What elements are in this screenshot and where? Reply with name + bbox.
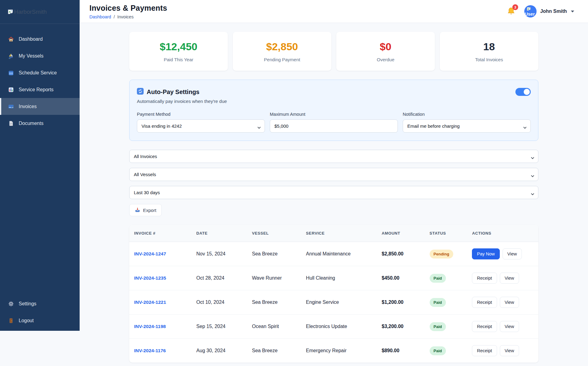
- receipt-button[interactable]: Receipt: [472, 273, 497, 284]
- status-badge: Paid: [430, 274, 446, 283]
- notification-count-badge: 3: [512, 4, 518, 10]
- status-badge: Pending: [430, 250, 453, 258]
- sidebar-item-schedule-service[interactable]: Schedule Service: [0, 64, 80, 81]
- invoice-date: Aug 30, 2024: [191, 339, 247, 363]
- date-range-select[interactable]: Last 30 days: [129, 186, 538, 199]
- sidebar-item-service-reports[interactable]: Service Reports: [0, 81, 80, 98]
- receipt-button[interactable]: Receipt: [472, 345, 497, 356]
- toggle-knob: [524, 89, 530, 95]
- invoice-date: Nov 15, 2024: [191, 242, 247, 266]
- maximum-amount-input[interactable]: [270, 119, 398, 133]
- export-button[interactable]: Export: [129, 204, 162, 216]
- stat-label: Pending Payment: [264, 57, 300, 62]
- status-badge: Paid: [430, 322, 446, 331]
- payment-method-select[interactable]: Visa ending in 4242: [137, 119, 265, 133]
- invoice-link[interactable]: INV-2024-1247: [134, 251, 166, 256]
- column-header-date: Date: [191, 225, 247, 242]
- invoice-service: Emergency Repair: [301, 339, 377, 363]
- stat-label: Paid This Year: [164, 57, 193, 62]
- column-header-vessel: Vessel: [247, 225, 301, 242]
- chevron-down-icon: [571, 9, 575, 14]
- stat-card-paid-this-year: $12,450 Paid This Year: [129, 32, 228, 71]
- sidebar: HarborSmith Dashboard My Vessels Schedul…: [0, 0, 80, 331]
- stat-value: $2,850: [266, 41, 298, 53]
- view-button[interactable]: View: [500, 297, 519, 308]
- document-icon: [8, 120, 14, 126]
- table-header-row: Invoice # Date Vessel Service Amount Sta…: [129, 225, 538, 242]
- credit-card-icon: [8, 104, 14, 110]
- invoices-table: Invoice # Date Vessel Service Amount Sta…: [129, 225, 538, 363]
- sidebar-item-label: Documents: [19, 121, 43, 126]
- invoice-link[interactable]: INV-2024-1198: [134, 324, 166, 329]
- view-button[interactable]: View: [500, 321, 519, 332]
- broken-image-icon: [7, 9, 13, 15]
- invoice-date: Sep 15, 2024: [191, 315, 247, 339]
- sidebar-item-logout[interactable]: Logout: [0, 312, 80, 329]
- sidebar-item-invoices[interactable]: Invoices: [0, 98, 80, 115]
- table-row: INV-2024-1198 Sep 15, 2024 Ocean Spirit …: [129, 315, 538, 339]
- invoice-link[interactable]: INV-2024-1176: [134, 348, 166, 353]
- invoice-service: Hull Cleaning: [301, 266, 377, 290]
- stat-card-total-invoices: 18 Total Invoices: [440, 32, 538, 71]
- sidebar-item-dashboard[interactable]: Dashboard: [0, 31, 80, 47]
- sidebar-item-label: Logout: [19, 318, 34, 323]
- invoice-status-select[interactable]: All Invoices: [129, 150, 538, 163]
- sidebar-item-label: Dashboard: [19, 36, 43, 42]
- invoice-amount: $2,850.00: [377, 242, 424, 266]
- notifications-button[interactable]: 3: [507, 6, 516, 16]
- receipt-button[interactable]: Receipt: [472, 321, 497, 332]
- calendar-icon: [8, 70, 14, 76]
- invoice-amount: $450.00: [377, 266, 424, 290]
- column-header-status: Status: [425, 225, 467, 242]
- stat-card-pending-payment: $2,850 Pending Payment: [233, 32, 331, 71]
- autopay-title: Auto-Pay Settings: [147, 89, 199, 96]
- view-button[interactable]: View: [503, 248, 522, 259]
- invoice-vessel: Sea Breeze: [247, 290, 301, 315]
- autopay-toggle[interactable]: [515, 88, 531, 96]
- sidebar-item-label: Invoices: [19, 104, 37, 109]
- sidebar-item-label: Service Reports: [19, 87, 54, 92]
- sidebar-item-documents[interactable]: Documents: [0, 115, 80, 132]
- table-row: INV-2024-1221 Oct 10, 2024 Sea Breeze En…: [129, 290, 538, 315]
- invoice-vessel: Wave Runner: [247, 266, 301, 290]
- gear-icon: [8, 301, 14, 307]
- invoice-link[interactable]: INV-2024-1235: [134, 275, 166, 281]
- view-button[interactable]: View: [500, 345, 519, 356]
- page-title: Invoices & Payments: [89, 4, 167, 13]
- sidebar-footer: Settings Logout: [0, 295, 80, 331]
- vessel-select[interactable]: All Vessels: [129, 168, 538, 181]
- maximum-amount-label: Maximum Amount: [270, 112, 398, 117]
- sidebar-item-settings[interactable]: Settings: [0, 295, 80, 312]
- autopay-subtitle: Automatically pay invoices when they're …: [137, 99, 227, 104]
- bell-icon: [507, 12, 516, 17]
- invoice-vessel: Sea Breeze: [247, 339, 301, 363]
- table-row: INV-2024-1247 Nov 15, 2024 Sea Breeze An…: [129, 242, 538, 266]
- autopay-settings-panel: Auto-Pay Settings Automatically pay invo…: [129, 80, 538, 141]
- invoice-date: Oct 10, 2024: [191, 290, 247, 315]
- invoice-date: Oct 28, 2024: [191, 266, 247, 290]
- stat-value: 18: [483, 41, 495, 53]
- breadcrumb-current: Invoices: [117, 14, 134, 19]
- receipt-button[interactable]: Receipt: [472, 297, 497, 308]
- invoice-service: Annual Maintenance: [301, 242, 377, 266]
- brand-name: HarborSmith: [14, 9, 47, 15]
- stat-label: Overdue: [377, 57, 394, 62]
- invoice-amount: $890.00: [377, 339, 424, 363]
- user-menu[interactable]: User John Smith: [524, 5, 575, 17]
- status-badge: Paid: [430, 346, 446, 355]
- invoice-amount: $3,200.00: [377, 315, 424, 339]
- payment-method-label: Payment Method: [137, 112, 265, 117]
- view-button[interactable]: View: [500, 273, 519, 284]
- notification-select[interactable]: Email me before charging: [403, 119, 531, 133]
- column-header-amount: Amount: [377, 225, 424, 242]
- invoice-amount: $1,200.00: [377, 290, 424, 315]
- pay-now-button[interactable]: Pay Now: [472, 248, 499, 259]
- sailboat-icon: [8, 53, 14, 59]
- brand-logo: HarborSmith: [0, 0, 80, 24]
- user-name: John Smith: [540, 9, 567, 14]
- breadcrumb-dashboard-link[interactable]: Dashboard: [89, 14, 111, 19]
- date-range-filter: Last 30 days: [129, 186, 538, 199]
- invoice-link[interactable]: INV-2024-1221: [134, 300, 166, 305]
- sidebar-item-my-vessels[interactable]: My Vessels: [0, 47, 80, 64]
- table-row: INV-2024-1176 Aug 30, 2024 Sea Breeze Em…: [129, 339, 538, 363]
